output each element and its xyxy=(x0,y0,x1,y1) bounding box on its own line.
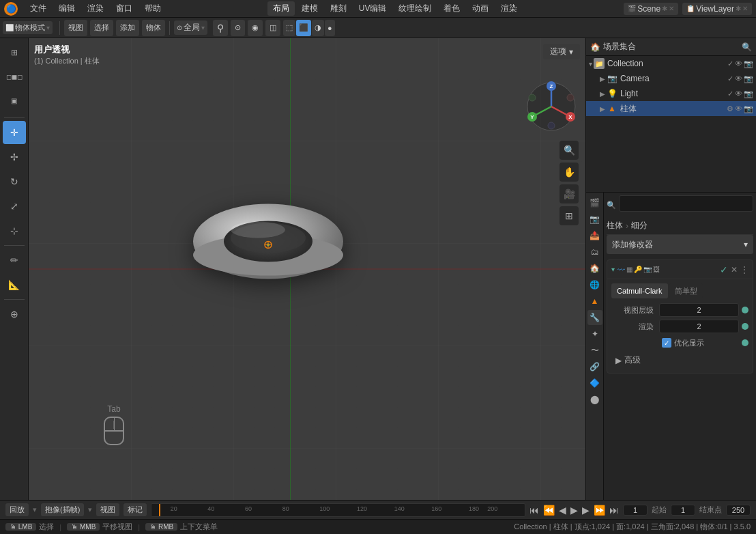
mod-icon-cam[interactable]: 📷 xyxy=(643,266,652,273)
menu-file[interactable]: 文件 xyxy=(25,1,52,16)
workspace-tab-animation[interactable]: 动画 xyxy=(467,1,494,16)
collection-camera-icon[interactable]: 📷 xyxy=(744,59,753,68)
menu-help[interactable]: 帮助 xyxy=(139,1,166,16)
timeline-marker-btn[interactable]: 标记 xyxy=(123,503,147,516)
mode-icon-3[interactable]: ▣ xyxy=(3,89,26,112)
mod-icon-key[interactable]: 🔑 xyxy=(634,266,642,273)
cylinder-filter-icon[interactable]: ⚙ xyxy=(727,104,733,113)
workspace-tab-uv[interactable]: UV编辑 xyxy=(353,1,392,16)
mod-icon-render[interactable]: 🖼 xyxy=(653,266,660,273)
timeline-jump-end[interactable]: ⏭ xyxy=(609,505,619,516)
view-level-value[interactable]: 2 xyxy=(659,303,739,317)
timeline-prev-frame[interactable]: ◀ xyxy=(559,505,566,516)
global-mode[interactable]: 全局 xyxy=(184,22,200,33)
snap-btn[interactable]: ⚲ xyxy=(213,20,228,36)
outliner-item-collection[interactable]: ▾ 📁 Collection ✓ 👁 📷 xyxy=(586,56,756,71)
prop-view-layer-icon[interactable]: 🗂 xyxy=(587,244,602,259)
workspace-tab-modeling[interactable]: 建模 xyxy=(296,1,323,16)
prop-material-icon[interactable]: ⬤ xyxy=(587,392,602,407)
workspace-tab-render[interactable]: 渲染 xyxy=(495,1,523,16)
outliner-item-cylinder[interactable]: ▶ ▲ 柱体 ⚙ 👁 📷 xyxy=(586,101,756,116)
tool-move[interactable]: ✢ xyxy=(3,145,26,169)
modifier-search-input[interactable] xyxy=(619,195,753,212)
menu-render[interactable]: 渲染 xyxy=(82,1,109,16)
xray-btn[interactable]: ◫ xyxy=(265,20,280,36)
timeline-view-btn[interactable]: 视图 xyxy=(96,503,119,516)
tool-transform[interactable]: ⊹ xyxy=(3,219,26,242)
timeline-playback-btn[interactable]: 回放 xyxy=(5,503,29,516)
add-modifier-button[interactable]: 添加修改器 ▾ xyxy=(607,235,753,254)
outliner-item-light[interactable]: ▶ 💡 Light ✓ 👁 📷 xyxy=(586,86,756,101)
cylinder-eye-icon[interactable]: 👁 xyxy=(735,104,742,113)
prop-output-icon[interactable]: 📤 xyxy=(587,228,602,243)
camera-eye-icon[interactable]: 👁 xyxy=(735,74,742,83)
timeline-next-frame[interactable]: ▶ xyxy=(582,505,590,516)
toolbar-select[interactable]: 选择 xyxy=(90,20,113,36)
light-eye-icon[interactable]: 👁 xyxy=(735,89,742,98)
prop-render-icon[interactable]: 📷 xyxy=(587,212,602,227)
camera-camera-icon[interactable]: 📷 xyxy=(744,74,753,83)
shade-solid[interactable]: ⬛ xyxy=(296,20,311,36)
vp-camera-btn[interactable]: 🎥 xyxy=(559,184,579,203)
timeline-prev-key[interactable]: ⏪ xyxy=(543,505,555,516)
timeline-play[interactable]: ▶ xyxy=(570,505,578,516)
prop-particles-icon[interactable]: ✦ xyxy=(587,326,602,341)
workspace-tab-sculpt[interactable]: 雕刻 xyxy=(325,1,352,16)
viewport-options-button[interactable]: 选项 ▾ xyxy=(543,44,580,59)
timeline-jump-start[interactable]: ⏮ xyxy=(529,505,539,516)
proportional-btn[interactable]: ⊙ xyxy=(231,20,245,36)
scene-name[interactable]: Scene xyxy=(637,4,660,14)
prop-scene2-icon[interactable]: 🏠 xyxy=(587,261,602,276)
shade-render[interactable]: ● xyxy=(325,20,335,36)
mod-tab-catmull[interactable]: Catmull-Clark xyxy=(611,283,668,298)
timeline-current-frame[interactable]: 1 xyxy=(623,505,648,516)
tool-measure[interactable]: 📐 xyxy=(3,273,26,296)
overlay-btn[interactable]: ◉ xyxy=(248,20,263,36)
tool-annotate[interactable]: ✏ xyxy=(3,249,26,272)
prop-world-icon[interactable]: 🌐 xyxy=(587,277,602,292)
prop-modifier-icon[interactable]: 🔧 xyxy=(587,310,602,325)
mod-icon-filter[interactable]: ▦ xyxy=(626,266,633,273)
mode-icon-1[interactable]: ⊞ xyxy=(3,41,26,64)
prop-data-icon[interactable]: 🔷 xyxy=(587,376,602,391)
outliner-item-camera[interactable]: ▶ 📷 Camera ✓ 👁 📷 xyxy=(586,71,756,86)
tool-rotate[interactable]: ↻ xyxy=(3,170,26,193)
cylinder-camera-icon[interactable]: 📷 xyxy=(744,104,753,113)
viewlayer-name[interactable]: ViewLayer xyxy=(696,4,734,14)
prop-physics-icon[interactable]: 〜 xyxy=(587,343,602,358)
mod-icon-curve[interactable]: 〰 xyxy=(617,266,625,274)
light-check-icon[interactable]: ✓ xyxy=(727,89,733,98)
toolbar-object[interactable]: 物体 xyxy=(142,20,165,36)
collection-eye-icon[interactable]: 👁 xyxy=(735,59,742,68)
camera-check-icon[interactable]: ✓ xyxy=(727,74,733,83)
workspace-tab-layout[interactable]: 布局 xyxy=(267,1,295,16)
collection-check-icon[interactable]: ✓ xyxy=(727,59,733,68)
prop-constraints-icon[interactable]: 🔗 xyxy=(587,359,602,374)
toolbar-view[interactable]: 视图 xyxy=(64,20,87,36)
mod-tab-simple[interactable]: 简单型 xyxy=(669,283,703,298)
vp-zoom-btn[interactable]: 🔍 xyxy=(559,141,579,160)
shade-material[interactable]: ◑ xyxy=(312,20,324,36)
viewport-gizmo[interactable]: Z X Y xyxy=(524,79,579,134)
vp-pan-btn[interactable]: ✋ xyxy=(559,163,579,182)
menu-window[interactable]: 窗口 xyxy=(111,1,138,16)
timeline-interpolation-btn[interactable]: 抱像(插帧) xyxy=(41,503,84,516)
toolbar-add[interactable]: 添加 xyxy=(116,20,139,36)
light-camera-icon[interactable]: 📷 xyxy=(744,89,753,98)
prop-scene-icon[interactable]: 🎬 xyxy=(587,195,602,210)
mode-icon-2[interactable]: ◻◼◻ xyxy=(3,65,26,88)
advanced-section[interactable]: ▶ 高级 xyxy=(611,352,748,369)
tool-scale[interactable]: ⤢ xyxy=(3,195,26,218)
tool-cursor[interactable]: ✛ xyxy=(3,121,26,144)
viewport-3d[interactable]: 用户透视 (1) Collection | 柱体 选项 ▾ xyxy=(29,38,585,500)
scene-filter-btn[interactable]: 🔍 xyxy=(742,42,752,52)
workspace-tab-texture-paint[interactable]: 纹理绘制 xyxy=(393,1,437,16)
modifier-toggle[interactable]: ▾ xyxy=(611,266,615,273)
vp-grid-btn[interactable]: ⊞ xyxy=(559,206,579,225)
workspace-tab-shading[interactable]: 着色 xyxy=(438,1,465,16)
timeline-start-frame[interactable]: 1 xyxy=(671,505,695,516)
render-value[interactable]: 2 xyxy=(659,320,739,333)
mod-more-btn[interactable]: ⋮ xyxy=(740,265,748,275)
menu-edit[interactable]: 编辑 xyxy=(53,1,81,16)
mod-enabled-toggle[interactable]: ✓ xyxy=(720,264,728,275)
